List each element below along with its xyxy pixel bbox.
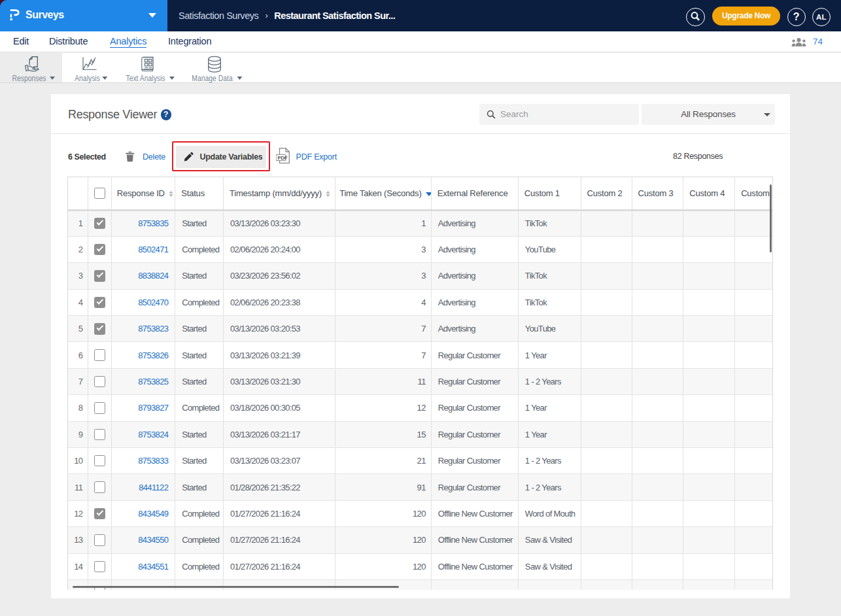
svg-text:PDF: PDF: [277, 155, 287, 161]
